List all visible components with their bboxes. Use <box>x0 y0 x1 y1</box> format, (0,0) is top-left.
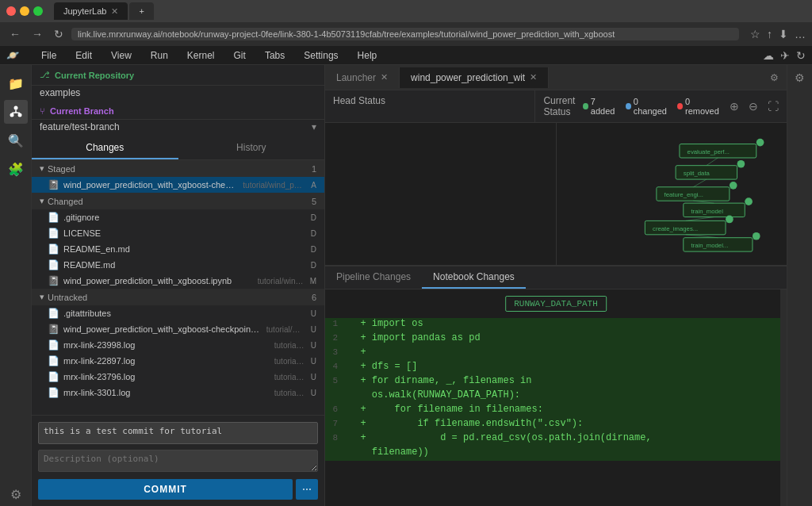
untracked-header[interactable]: ▾ Untracked 6 <box>32 289 324 305</box>
commit-menu-button[interactable]: ⋯ <box>296 479 318 500</box>
activity-bar: 📁 🔍 🧩 ⚙ <box>0 65 32 506</box>
editor-settings-icon[interactable]: ⚙ <box>762 72 787 83</box>
editor-tab-bar: Launcher ✕ wind_power_prediction_wit ✕ ⚙ <box>325 65 787 90</box>
menu-view[interactable]: View <box>108 48 135 63</box>
activity-git-icon[interactable] <box>4 100 28 124</box>
line-number <box>325 389 344 390</box>
file-path: tutorial/wind_power_prediction_with_xgbo… <box>274 389 306 397</box>
tab-history[interactable]: History <box>178 137 325 159</box>
jupyter-logo: 🪐 <box>6 49 19 61</box>
activity-extensions-icon[interactable]: 🧩 <box>4 157 28 181</box>
tab-pipeline-changes[interactable]: Pipeline Changes <box>325 266 422 289</box>
cloud-icon[interactable]: ☁ <box>763 49 774 62</box>
back-button[interactable]: ← <box>6 26 24 42</box>
staged-file-name: wind_power_prediction_with_xgboost-check… <box>63 180 238 190</box>
branch-dropdown-icon[interactable]: ▾ <box>312 121 316 132</box>
maximize-traffic-light[interactable] <box>33 6 43 16</box>
zoom-out-icon[interactable]: ⊖ <box>749 100 758 113</box>
untracked-count: 6 <box>312 293 316 302</box>
file-path: tutorial/wind_powe... <box>266 325 306 334</box>
forward-button[interactable]: → <box>29 26 46 42</box>
line-number: 6 <box>325 404 344 414</box>
download-icon[interactable]: ⬇ <box>779 28 788 40</box>
commit-message-input[interactable]: this is a test commit for tutorial <box>38 422 318 444</box>
menu-help[interactable]: Help <box>354 48 381 63</box>
staged-file-item[interactable]: 📓 wind_power_prediction_with_xgboost-che… <box>32 177 324 193</box>
changed-file-gitignore[interactable]: 📄 .gitignore D <box>32 209 324 225</box>
launcher-tab-close[interactable]: ✕ <box>381 72 388 82</box>
changed-file-license[interactable]: 📄 LICENSE D <box>32 225 324 241</box>
menu-file[interactable]: File <box>38 48 59 63</box>
file-status: D <box>311 261 316 270</box>
svg-text:feature_engi...: feature_engi... <box>664 191 703 198</box>
share-icon[interactable]: ↑ <box>767 28 772 40</box>
line-content: os.walk(RUNWAY_DATA_PATH): <box>344 389 520 401</box>
right-activity-bar: ⚙ <box>787 65 812 506</box>
bookmark-icon[interactable]: ☆ <box>750 28 760 40</box>
menu-run[interactable]: Run <box>147 48 171 63</box>
scrollbar[interactable] <box>780 289 787 506</box>
pipeline-svg: evaluate_perf... split_data feature_engi… <box>557 123 787 265</box>
main-layout: 📁 🔍 🧩 ⚙ ⎇ Current Repository examples ⑂ <box>0 65 812 506</box>
url-text: link.live.mrxrunway.ai/notebook/runway-p… <box>78 29 615 39</box>
commit-description-input[interactable] <box>38 450 318 472</box>
git-sidebar: ⎇ Current Repository examples ⑂ Current … <box>32 65 325 506</box>
changed-header[interactable]: ▾ Changed 5 <box>32 193 324 209</box>
tab-notebook-changes[interactable]: Notebook Changes <box>422 266 526 289</box>
minimize-traffic-light[interactable] <box>20 6 29 16</box>
changed-file-readme[interactable]: 📄 README.md D <box>32 257 324 273</box>
untracked-chevron: ▾ <box>40 292 44 302</box>
menu-settings[interactable]: Settings <box>301 48 341 63</box>
notebook-tab-close[interactable]: ✕ <box>530 72 537 82</box>
untracked-file-log2[interactable]: 📄 mrx-link-22897.log tutorial/wind_power… <box>32 353 324 369</box>
zoom-in-icon[interactable]: ⊕ <box>730 100 739 113</box>
file-status: U <box>311 389 316 397</box>
commit-button[interactable]: COMMIT <box>38 479 293 500</box>
menu-edit[interactable]: Edit <box>72 48 95 63</box>
fullscreen-icon[interactable]: ⛶ <box>768 100 779 113</box>
svg-text:train_model...: train_model... <box>691 242 728 249</box>
editor-tab-notebook[interactable]: wind_power_prediction_wit ✕ <box>400 67 549 88</box>
activity-settings-bottom-icon[interactable]: ⚙ <box>4 482 28 506</box>
code-line-8: 8 + d = pd.read_csv(os.path.join(dirname… <box>325 432 780 447</box>
changed-file-notebook[interactable]: 📓 wind_power_prediction_with_xgboost.ipy… <box>32 273 324 289</box>
activity-files-icon[interactable]: 📁 <box>4 71 28 95</box>
address-bar[interactable]: link.live.mrxrunway.ai/notebook/runway-p… <box>71 28 739 40</box>
settings-icon[interactable]: … <box>795 28 806 40</box>
svg-point-1 <box>10 113 13 117</box>
menu-git[interactable]: Git <box>231 48 249 63</box>
filename: .gitattributes <box>63 309 306 318</box>
staged-header[interactable]: ▾ Staged 1 <box>32 160 324 177</box>
menu-kernel[interactable]: Kernel <box>184 48 218 63</box>
filename: README_en.md <box>63 244 306 254</box>
untracked-file-log1[interactable]: 📄 mrx-link-23998.log tutorial/wind_power… <box>32 337 324 353</box>
untracked-file-log4[interactable]: 📄 mrx-link-3301.log tutorial/wind_power_… <box>32 385 324 401</box>
branch-name-text: feature/test-branch <box>40 121 312 132</box>
airplane-icon[interactable]: ✈ <box>780 49 790 62</box>
browser-tab-jupyterlab[interactable]: JupyterLab ✕ <box>54 2 128 20</box>
staged-file-status: A <box>311 181 316 190</box>
jupyter-menubar: 🪐 File Edit View Run Kernel Git Tabs Set… <box>0 46 812 65</box>
untracked-file-gitattributes[interactable]: 📄 .gitattributes U <box>32 305 324 321</box>
refresh-button[interactable]: ↻ <box>51 26 67 42</box>
activity-search-icon[interactable]: 🔍 <box>4 128 28 152</box>
file-status: U <box>311 309 316 318</box>
browser-tab-new[interactable]: + <box>129 2 153 20</box>
untracked-file-checkpoint[interactable]: 📓 wind_power_prediction_with_xgboost-che… <box>32 321 324 337</box>
legend-changed-dot <box>626 103 631 109</box>
untracked-file-log3[interactable]: 📄 mrx-link-23796.log tutorial/wind_power… <box>32 369 324 385</box>
legend-changed-label: 0 changed <box>634 97 668 116</box>
close-traffic-light[interactable] <box>6 6 16 16</box>
browser-tab-close[interactable]: ✕ <box>111 6 118 17</box>
right-settings-icon[interactable]: ⚙ <box>795 71 805 84</box>
menu-tabs[interactable]: Tabs <box>262 48 288 63</box>
svg-line-28 <box>685 235 718 238</box>
line-number: 4 <box>325 361 344 371</box>
changed-file-readme-en[interactable]: 📄 README_en.md D <box>32 241 324 257</box>
editor-tab-launcher[interactable]: Launcher ✕ <box>325 67 400 88</box>
tab-changes[interactable]: Changes <box>32 137 178 159</box>
line-content: + d = pd.read_csv(os.path.join(dirname, <box>344 432 652 443</box>
refresh-jupyter-icon[interactable]: ↻ <box>796 49 806 62</box>
file-status: D <box>311 229 316 238</box>
svg-line-5 <box>16 113 20 113</box>
